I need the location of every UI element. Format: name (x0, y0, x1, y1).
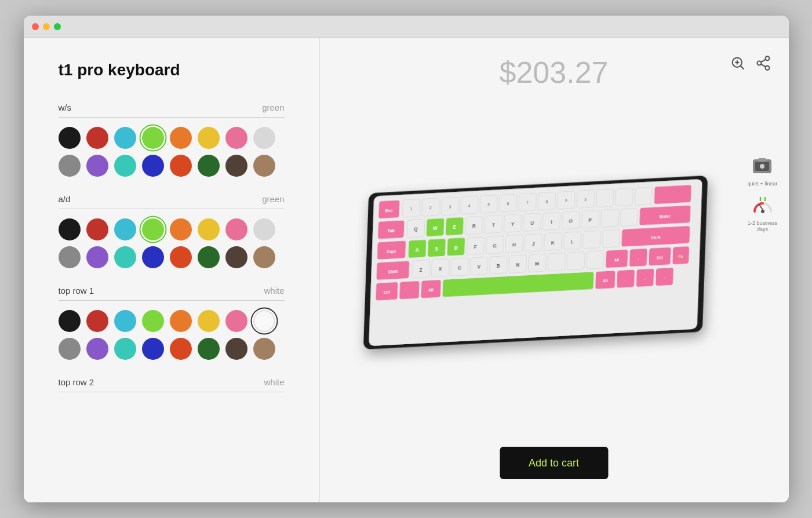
color-swatch-brown[interactable] (225, 338, 247, 360)
color-swatch-dark-green[interactable] (198, 338, 220, 360)
switch-badge: quiet + linear (748, 154, 778, 187)
color-swatch-red[interactable] (86, 127, 108, 149)
color-swatch-cyan[interactable] (114, 127, 136, 149)
svg-text:Z: Z (419, 267, 422, 273)
svg-text:C: C (457, 265, 461, 271)
switch-icon (749, 154, 775, 179)
color-swatch-red[interactable] (86, 310, 108, 332)
color-swatch-pink[interactable] (225, 218, 247, 240)
svg-text:Shift: Shift (388, 269, 398, 275)
price-display: $203.27 (319, 55, 789, 90)
section-header-top-row-1: top row 1white (59, 286, 285, 301)
svg-text:L: L (570, 239, 573, 245)
color-swatch-purple[interactable] (86, 246, 108, 268)
color-swatch-purple[interactable] (86, 155, 108, 177)
color-swatch-white[interactable] (253, 310, 275, 332)
color-swatch-green[interactable] (142, 218, 164, 240)
svg-line-7 (761, 64, 766, 67)
switch-label: quiet + linear (748, 181, 778, 187)
svg-rect-60 (620, 208, 638, 226)
svg-text:3: 3 (449, 205, 451, 209)
color-swatch-teal[interactable] (114, 246, 136, 268)
svg-text:2: 2 (429, 206, 431, 210)
svg-text:V: V (477, 264, 480, 270)
product-badges: quiet + linear 1-2 business days (742, 154, 783, 232)
svg-text:7: 7 (526, 200, 529, 205)
svg-text:9: 9 (565, 199, 567, 203)
color-swatch-light-gray[interactable] (253, 218, 275, 240)
color-swatch-blue[interactable] (142, 246, 164, 268)
color-swatch-teal[interactable] (114, 155, 136, 177)
svg-line-8 (761, 60, 766, 63)
add-to-cart-button[interactable]: Add to cart (500, 447, 608, 479)
color-swatch-tan[interactable] (253, 155, 275, 177)
color-swatch-gray[interactable] (59, 338, 81, 360)
right-panel: $203.27 (319, 38, 789, 502)
color-swatch-brown[interactable] (225, 155, 247, 177)
color-options-container: w/sgreena/dgreentop row 1whitetop row 2w… (59, 103, 285, 392)
svg-text:X: X (438, 266, 442, 272)
svg-text:Alt: Alt (602, 279, 608, 283)
color-swatch-purple[interactable] (86, 338, 108, 360)
color-swatch-dark-orange[interactable] (170, 155, 192, 177)
app-window: t1 pro keyboard w/sgreena/dgreentop row … (24, 16, 789, 502)
header-actions (730, 55, 771, 71)
maximize-button[interactable] (54, 23, 61, 30)
color-swatch-dark-orange[interactable] (170, 338, 192, 360)
color-swatch-light-gray[interactable] (253, 127, 275, 149)
svg-text:Enter: Enter (659, 214, 670, 220)
color-swatch-dark-green[interactable] (198, 155, 220, 177)
color-swatch-black[interactable] (59, 127, 81, 149)
svg-text:F: F (474, 244, 476, 250)
color-swatch-dark-orange[interactable] (170, 246, 192, 268)
svg-rect-59 (600, 209, 618, 227)
svg-text:6: 6 (507, 202, 509, 206)
color-swatch-yellow[interactable] (198, 218, 220, 240)
color-swatch-cyan[interactable] (114, 310, 136, 332)
color-swatch-black[interactable] (59, 310, 81, 332)
zoom-in-icon[interactable] (730, 55, 746, 71)
color-swatch-gray[interactable] (59, 246, 81, 268)
svg-text:U: U (530, 220, 533, 226)
svg-rect-130 (758, 158, 766, 162)
color-swatch-orange[interactable] (170, 127, 192, 149)
color-swatch-green[interactable] (142, 127, 164, 149)
color-swatch-gray[interactable] (59, 155, 81, 177)
svg-rect-34 (615, 188, 633, 206)
svg-text:E: E (453, 224, 456, 230)
traffic-lights (32, 23, 61, 30)
color-swatch-tan[interactable] (253, 246, 275, 268)
color-swatch-yellow[interactable] (198, 127, 220, 149)
color-swatch-pink[interactable] (225, 310, 247, 332)
color-swatch-brown[interactable] (225, 246, 247, 268)
color-swatch-teal[interactable] (114, 338, 136, 360)
shipping-label: 1-2 business days (742, 220, 783, 233)
color-swatch-orange[interactable] (170, 218, 192, 240)
svg-text:↑: ↑ (637, 257, 639, 261)
section-label-ad: a/d (59, 194, 71, 204)
svg-text:Shift: Shift (650, 235, 660, 240)
color-swatch-yellow[interactable] (198, 310, 220, 332)
color-swatch-tan[interactable] (253, 338, 275, 360)
color-swatch-pink[interactable] (225, 127, 247, 149)
svg-text:W: W (432, 225, 437, 231)
color-swatch-cyan[interactable] (114, 218, 136, 240)
shipping-badge: 1-2 business days (742, 193, 783, 233)
color-swatch-blue[interactable] (142, 155, 164, 177)
color-swatch-green[interactable] (142, 310, 164, 332)
color-swatch-red[interactable] (86, 218, 108, 240)
minimize-button[interactable] (43, 23, 50, 30)
color-grid-top-row-1 (59, 310, 285, 360)
svg-point-131 (760, 164, 764, 169)
section-label-ws: w/s (59, 103, 72, 112)
color-swatch-blue[interactable] (142, 338, 164, 360)
section-header-ad: a/dgreen (59, 194, 285, 209)
color-section-top-row-1: top row 1white (59, 286, 285, 360)
color-swatch-dark-green[interactable] (198, 246, 220, 268)
color-swatch-black[interactable] (59, 218, 81, 240)
titlebar (24, 16, 789, 38)
share-icon[interactable] (755, 55, 771, 71)
svg-rect-116 (399, 281, 419, 300)
close-button[interactable] (32, 23, 39, 30)
color-swatch-orange[interactable] (170, 310, 192, 332)
